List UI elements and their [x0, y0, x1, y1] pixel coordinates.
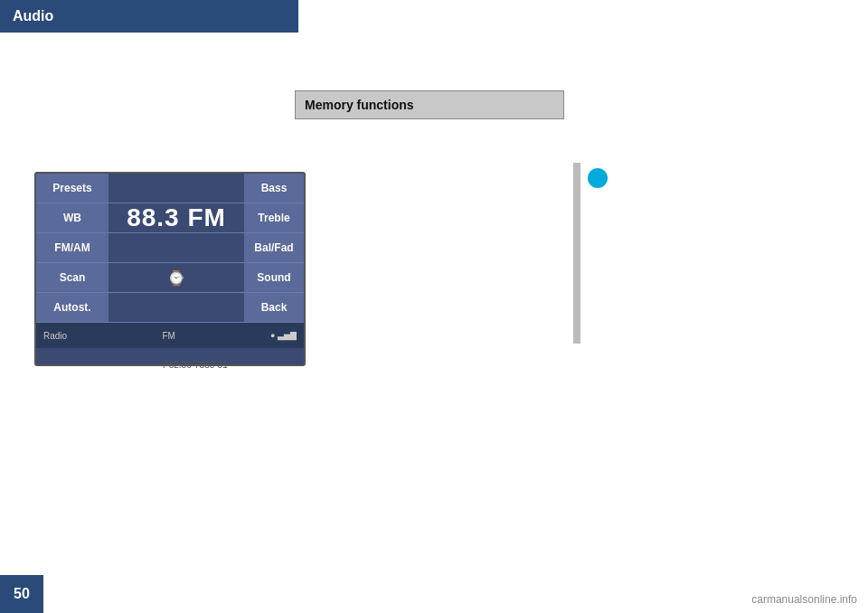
button-row-3: FM/AM Bal/Fad	[36, 233, 304, 262]
header-title: Audio	[13, 8, 53, 24]
watermark: carmanualsonline.info	[751, 593, 857, 606]
status-icons: ● ▃▅▇	[270, 331, 297, 340]
back-button[interactable]: Back	[244, 293, 304, 322]
clock-icon: ⌚	[167, 269, 185, 287]
button-row-1: Presets Bass	[36, 174, 304, 203]
vertical-divider	[573, 163, 580, 344]
status-left: Radio	[43, 331, 67, 341]
part-number: P82.86-7330-31	[163, 360, 228, 370]
status-bar: Radio FM ● ▃▅▇	[36, 323, 304, 348]
center-display-row3	[108, 233, 244, 262]
frequency-text: 88.3 FM	[127, 203, 226, 232]
center-display-row1	[108, 174, 244, 203]
center-display-row5	[108, 293, 244, 322]
fmam-button[interactable]: FM/AM	[36, 233, 108, 262]
button-row-5: Autost. Back	[36, 293, 304, 322]
memory-functions-label: Memory functions	[305, 98, 414, 112]
button-row-2: WB 88.3 FM Treble	[36, 203, 304, 232]
page-number: 50	[0, 575, 43, 613]
memory-functions-section: Memory functions	[295, 90, 564, 119]
treble-button[interactable]: Treble	[244, 203, 304, 232]
header-bar: Audio	[0, 0, 298, 33]
bass-button[interactable]: Bass	[244, 174, 304, 203]
balfad-button[interactable]: Bal/Fad	[244, 233, 304, 262]
frequency-display: 88.3 FM	[108, 203, 244, 232]
wb-button[interactable]: WB	[36, 203, 108, 232]
button-row-4: Scan ⌚ Sound	[36, 263, 304, 292]
presets-button[interactable]: Presets	[36, 174, 108, 203]
center-display-row4: ⌚	[108, 263, 244, 292]
scan-button[interactable]: Scan	[36, 263, 108, 292]
radio-screen: Presets Bass WB 88.3 FM Treble FM/AM Bal…	[34, 172, 306, 366]
blue-marker	[588, 168, 608, 188]
autost-button[interactable]: Autost.	[36, 293, 108, 322]
status-center: FM	[162, 331, 175, 341]
sound-button[interactable]: Sound	[244, 263, 304, 292]
